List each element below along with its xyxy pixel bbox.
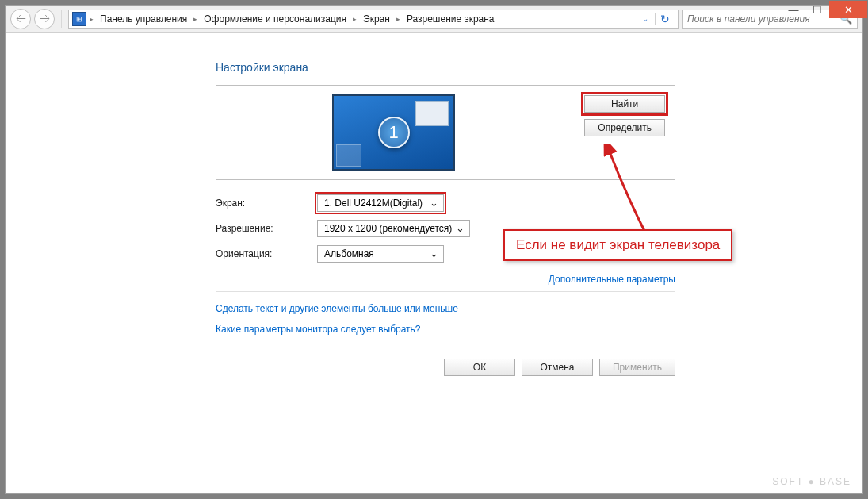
orientation-label: Ориентация: bbox=[216, 248, 317, 259]
advanced-settings-link[interactable]: Дополнительные параметры bbox=[549, 274, 675, 285]
chevron-right-icon: ▸ bbox=[192, 15, 199, 23]
separator bbox=[61, 10, 62, 28]
which-settings-link[interactable]: Какие параметры монитора следует выбрать… bbox=[216, 324, 675, 335]
cancel-button[interactable]: Отмена bbox=[522, 359, 593, 376]
crumb-display[interactable]: Экран bbox=[360, 13, 393, 25]
forward-button[interactable]: 🡢 bbox=[34, 9, 55, 29]
minimize-button[interactable]: ― bbox=[782, 1, 805, 18]
monitor-thumbnail[interactable]: 1 bbox=[332, 94, 455, 171]
control-panel-icon: ⊞ bbox=[72, 12, 86, 26]
display-value: 1. Dell U2412M(Digital) bbox=[324, 198, 423, 209]
window-titlebar: ― ☐ ✕ bbox=[782, 1, 867, 20]
watermark: SOFT ● BASE bbox=[772, 476, 851, 487]
annotation-callout: Если не видит экран телевизора bbox=[503, 229, 732, 261]
callout-text: Если не видит экран телевизора bbox=[516, 237, 720, 252]
refresh-icon[interactable]: ↻ bbox=[655, 13, 675, 25]
close-button[interactable]: ✕ bbox=[829, 1, 867, 18]
resolution-value: 1920 x 1200 (рекомендуется) bbox=[324, 223, 452, 234]
apply-button: Применить bbox=[599, 359, 675, 376]
crumb-resolution[interactable]: Разрешение экрана bbox=[403, 13, 498, 25]
orientation-value: Альбомная bbox=[324, 248, 374, 259]
text-size-link[interactable]: Сделать текст и другие элементы больше и… bbox=[216, 303, 675, 314]
content-area: Настройки экрана 1 Найти Определить Экра… bbox=[6, 33, 862, 493]
display-label: Экран: bbox=[216, 198, 317, 209]
back-button[interactable]: 🡠 bbox=[10, 9, 31, 29]
find-button[interactable]: Найти bbox=[584, 95, 665, 113]
ok-button[interactable]: ОК bbox=[444, 359, 515, 376]
crumb-appearance[interactable]: Оформление и персонализация bbox=[201, 13, 350, 25]
breadcrumb[interactable]: ⊞ ▸ Панель управления ▸ Оформление и пер… bbox=[68, 10, 679, 29]
resolution-label: Разрешение: bbox=[216, 223, 317, 234]
divider bbox=[216, 291, 675, 292]
detect-button[interactable]: Определить bbox=[584, 119, 665, 136]
monitor-number-badge: 1 bbox=[378, 117, 410, 148]
display-select[interactable]: 1. Dell U2412M(Digital) bbox=[317, 194, 444, 212]
chevron-right-icon: ▸ bbox=[395, 15, 402, 23]
chevron-right-icon: ▸ bbox=[88, 15, 95, 23]
navigation-bar: 🡠 🡢 ⊞ ▸ Панель управления ▸ Оформление и… bbox=[6, 6, 862, 33]
maximize-button[interactable]: ☐ bbox=[805, 1, 829, 18]
breadcrumb-dropdown[interactable]: ⌄ bbox=[637, 14, 653, 23]
orientation-select[interactable]: Альбомная bbox=[317, 245, 444, 263]
dialog-buttons: ОК Отмена Применить bbox=[216, 359, 675, 376]
crumb-control-panel[interactable]: Панель управления bbox=[97, 13, 190, 25]
chevron-right-icon: ▸ bbox=[351, 15, 358, 23]
display-preview-box: 1 Найти Определить bbox=[216, 85, 675, 180]
page-title: Настройки экрана bbox=[216, 61, 675, 74]
resolution-select[interactable]: 1920 x 1200 (рекомендуется) bbox=[317, 220, 470, 237]
